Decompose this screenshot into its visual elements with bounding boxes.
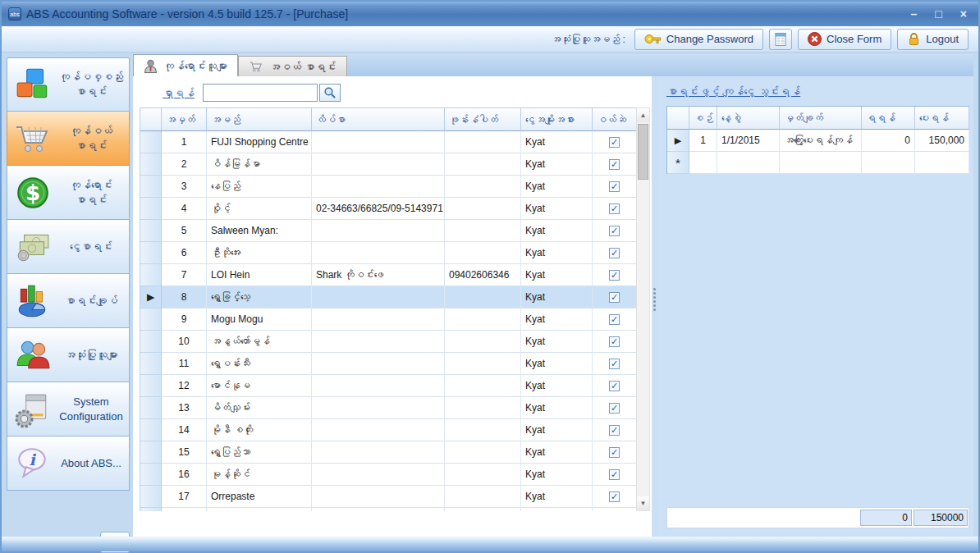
sidebar-item-cash[interactable]: ငွေစာရင်း — [7, 220, 130, 274]
table-row[interactable]: 15ရွှေပြည်သာKyat✓ — [140, 441, 636, 464]
row-selector[interactable] — [140, 131, 162, 153]
new-row-marker[interactable]: * — [667, 152, 689, 174]
buying-checkbox[interactable]: ✓ — [609, 314, 620, 325]
search-input[interactable] — [203, 84, 318, 102]
row-selector[interactable] — [140, 198, 162, 220]
column-header[interactable]: စဉ် — [689, 107, 717, 130]
buying-checkbox[interactable]: ✓ — [609, 159, 620, 170]
buying-checkbox[interactable]: ✓ — [609, 292, 620, 303]
buying-checkbox[interactable]: ✓ — [609, 469, 620, 480]
buying-checkbox[interactable]: ✓ — [609, 425, 620, 436]
row-selector[interactable] — [140, 353, 162, 375]
row-selector[interactable] — [140, 441, 162, 464]
buying-checkbox[interactable]: ✓ — [609, 359, 620, 369]
buying-checkbox[interactable]: ✓ — [609, 447, 620, 458]
row-selector[interactable] — [140, 397, 162, 419]
table-row[interactable]: ▶11/1/2015အကြွေးပေးရန်ကျန်0150,000 — [667, 130, 969, 152]
close-form-button[interactable]: Close Form — [798, 29, 891, 50]
row-selector[interactable]: ▶ — [667, 130, 689, 152]
column-header[interactable]: ငွေအမျိုးအစား — [521, 108, 593, 131]
row-selector[interactable] — [140, 508, 162, 511]
sidebar-item-about[interactable]: i About ABS... — [7, 436, 130, 491]
minimize-button[interactable]: – — [911, 2, 918, 26]
table-row[interactable]: 11ရွှေပန်းသီးKyat✓ — [140, 353, 636, 375]
column-header[interactable]: မှတ်ချက် — [780, 107, 862, 130]
close-button[interactable]: × — [960, 2, 967, 26]
table-row[interactable] — [140, 508, 636, 511]
table-row[interactable]: 7LOI HeinShark ကိုဝင်းဖေ09402606346Kyat✓ — [140, 264, 636, 286]
buying-checkbox[interactable]: ✓ — [609, 336, 620, 347]
sidebar-item-products[interactable]: ကုန်ပစ္စည်း စာရင်း — [7, 57, 130, 112]
search-button[interactable] — [319, 84, 341, 102]
buying-checkbox[interactable]: ✓ — [609, 226, 620, 236]
column-header[interactable]: အမှတ် — [162, 108, 207, 131]
row-selector[interactable] — [140, 242, 162, 264]
buying-checkbox[interactable]: ✓ — [609, 381, 620, 391]
sidebar-item-summary[interactable]: စာရင်းချုပ် — [7, 274, 130, 328]
cell-phone — [445, 131, 521, 153]
table-row[interactable]: 1FUJI Shopping CentreKyat✓ — [140, 131, 636, 153]
column-header[interactable]: ဖုန်းနံပါတ် — [445, 108, 521, 131]
column-header[interactable]: ရရန် — [862, 107, 915, 130]
form-list-button[interactable] — [769, 29, 792, 50]
table-row[interactable]: 16မုန့်ဆိုင်Kyat✓ — [140, 464, 636, 486]
table-row[interactable]: 6ဦးဘိုအေးKyat✓ — [140, 242, 636, 264]
open-balance-link[interactable]: စာရင်းဖွင့် ကျန်ငွေ သွင်းရန် — [666, 85, 800, 98]
buying-checkbox[interactable]: ✓ — [609, 403, 620, 414]
sales-dollar-icon: $ — [11, 174, 54, 212]
table-row[interactable]: 12မောင်နုမKyat✓ — [140, 375, 636, 397]
pane-splitter[interactable] — [652, 76, 658, 537]
cell-name: LOI Hein — [207, 264, 312, 286]
table-row[interactable]: ▶8ရွှေခြင်္သေ့Kyat✓ — [140, 286, 636, 308]
search-label[interactable]: ရှာရန် — [163, 87, 195, 99]
table-row[interactable]: 10အနွယ်တော်မွန်Kyat✓ — [140, 331, 636, 353]
row-selector[interactable] — [140, 375, 162, 397]
row-selector[interactable] — [140, 264, 162, 286]
scroll-up-arrow-icon[interactable]: ▲ — [637, 108, 649, 122]
sidebar-item-system-config[interactable]: System Configuration — [7, 382, 130, 436]
sidebar-item-users[interactable]: အသုံးပြုသူများ — [7, 328, 130, 382]
column-header[interactable]: လိပ်စာ — [312, 108, 445, 131]
buying-checkbox[interactable]: ✓ — [609, 181, 620, 192]
suppliers-grid-scrollbar[interactable]: ▲ ▼ — [636, 107, 650, 511]
table-row[interactable]: 17OrrepasteKyat✓ — [140, 486, 636, 508]
row-selector[interactable] — [140, 486, 162, 508]
row-selector[interactable]: ▶ — [140, 286, 162, 308]
scroll-thumb[interactable] — [638, 124, 648, 180]
column-header[interactable]: အမည် — [207, 108, 312, 131]
row-selector[interactable] — [140, 331, 162, 353]
new-row[interactable]: * — [667, 152, 969, 174]
row-selector[interactable] — [140, 308, 162, 331]
tab-purchase-list[interactable]: အဝယ် စာရင်း — [238, 56, 347, 76]
table-row[interactable]: 5Salween Myan:Kyat✓ — [140, 220, 636, 242]
buying-checkbox[interactable]: ✓ — [609, 203, 620, 214]
scroll-down-arrow-icon[interactable]: ▼ — [637, 496, 649, 510]
column-header[interactable]: ပေးရန် — [915, 107, 969, 130]
sidebar-item-purchase[interactable]: ကုန်ဝယ် စာရင်း — [7, 112, 130, 166]
tab-suppliers[interactable]: ကုန်ရောင်းသူများ — [133, 54, 238, 76]
table-row[interactable]: 13မိတ်သျှမ်းKyat✓ — [140, 397, 636, 419]
table-row[interactable]: 14မိုနီ စတိုးKyat✓ — [140, 419, 636, 441]
change-password-button[interactable]: Change Password — [634, 29, 763, 50]
row-selector[interactable] — [140, 176, 162, 198]
row-selector[interactable] — [140, 153, 162, 176]
table-row[interactable]: 4ဝှိုင့်02-34663/66825/09-5143971Kyat✓ — [140, 198, 636, 220]
cell-name: Mogu Mogu — [207, 308, 312, 331]
sidebar-item-sales[interactable]: $ ကုန်ရောင်း စာရင်း — [7, 166, 130, 220]
row-selector[interactable] — [140, 220, 162, 242]
cell-empty — [593, 508, 637, 511]
column-header[interactable]: နေ့စွဲ — [717, 107, 780, 130]
column-header[interactable]: ဝယ်ဆဲ — [593, 108, 637, 131]
row-selector[interactable] — [140, 419, 162, 441]
table-row[interactable]: 9Mogu MoguKyat✓ — [140, 308, 636, 331]
table-row[interactable]: 3နေပြည်Kyat✓ — [140, 176, 636, 198]
buying-checkbox[interactable]: ✓ — [609, 270, 620, 281]
buying-checkbox[interactable]: ✓ — [609, 248, 620, 258]
maximize-button[interactable]: □ — [935, 2, 941, 26]
table-row[interactable]: 2ဝိန်မြန်မာKyat✓ — [140, 153, 636, 176]
row-selector[interactable] — [140, 464, 162, 486]
buying-checkbox[interactable]: ✓ — [609, 491, 620, 502]
cell-buying: ✓ — [593, 419, 637, 441]
logout-button[interactable]: Logout — [897, 29, 969, 50]
buying-checkbox[interactable]: ✓ — [609, 137, 620, 148]
